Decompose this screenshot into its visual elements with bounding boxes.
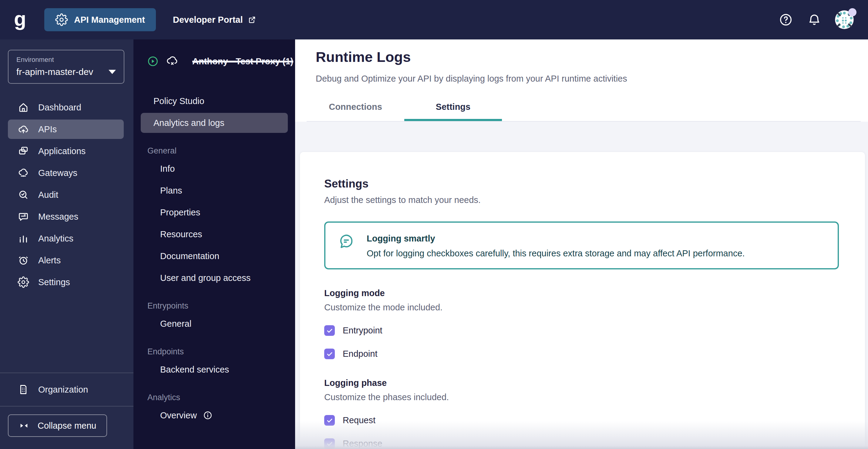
audit-search-icon	[18, 189, 29, 201]
request-checkbox[interactable]	[324, 415, 335, 426]
notifications-icon[interactable]	[807, 13, 821, 27]
tab-settings[interactable]: Settings	[404, 102, 502, 121]
api-menu-section-endpoints: Endpoints	[133, 347, 295, 357]
sidebar-item-organization[interactable]: Organization	[8, 380, 124, 399]
sidebar-item-alerts[interactable]: Alerts	[8, 250, 124, 270]
environment-select[interactable]: Environment fr-apim-master-dev	[8, 50, 124, 84]
api-menu-item-user-and-group-access[interactable]: User and group access	[141, 268, 288, 288]
api-management-button[interactable]: API Management	[44, 8, 156, 31]
collapse-menu-label: Collapse menu	[38, 421, 96, 431]
cloud-upload-icon	[18, 123, 29, 135]
checkbox-label: Response	[343, 439, 382, 449]
api-menu-item-plans[interactable]: Plans	[141, 181, 288, 201]
info-icon[interactable]	[203, 411, 213, 420]
logging-mode-group: Logging mode Customize the mode included…	[324, 288, 841, 359]
environment-label: Environment	[17, 56, 116, 64]
topbar: g API Management Developer Portal	[0, 0, 868, 39]
entrypoint-checkbox[interactable]	[324, 325, 335, 336]
sidebar-item-apis[interactable]: APIs	[8, 120, 124, 139]
api-management-label: API Management	[74, 15, 145, 25]
sidebar-item-messages[interactable]: Messages	[8, 207, 124, 226]
collapse-icon	[19, 420, 29, 431]
api-menu-item-info[interactable]: Info	[141, 159, 288, 179]
gravitee-logo[interactable]: g	[14, 9, 26, 29]
group-subtitle: Customize the mode included.	[324, 302, 841, 312]
main-content: Runtime Logs Debug and Optimize your API…	[295, 39, 868, 449]
status-badge	[848, 8, 857, 17]
group-subtitle: Customize the phases included.	[324, 392, 841, 402]
environment-value: fr-apim-master-dev	[17, 67, 93, 77]
settings-heading: Settings	[324, 177, 841, 190]
sidebar-item-settings[interactable]: Settings	[8, 272, 124, 292]
api-name: Anthony - Test Proxy (1)	[192, 56, 293, 66]
checkbox-label: Request	[343, 415, 375, 425]
help-icon[interactable]	[779, 13, 793, 27]
api-menu-section-general: General	[133, 146, 295, 156]
start-status-icon	[147, 55, 159, 67]
api-menu-item-entrypoints-general[interactable]: General	[141, 314, 288, 334]
avatar[interactable]	[835, 10, 854, 29]
api-menu-section-analytics: Analytics	[133, 393, 295, 402]
settings-subheading: Adjust the settings to match your needs.	[324, 195, 841, 205]
api-menu-item-overview[interactable]: Overview	[141, 405, 288, 425]
message-icon	[18, 211, 29, 222]
callout-body: Opt for logging checkboxes carefully, th…	[367, 248, 745, 259]
not-deployed-icon	[165, 55, 179, 68]
api-menu-item-properties[interactable]: Properties	[141, 202, 288, 222]
api-menu-item-analytics-and-logs[interactable]: Analytics and logs	[141, 113, 288, 133]
api-menu-item-policy-studio[interactable]: Policy Studio	[141, 91, 288, 111]
sidebar-item-label: Alerts	[38, 256, 61, 266]
collapse-menu-button[interactable]: Collapse menu	[8, 414, 107, 437]
external-link-icon	[247, 15, 256, 24]
endpoint-option: Endpoint	[324, 349, 841, 359]
sidebar-item-label: Organization	[38, 385, 88, 395]
cloud-gateway-icon	[18, 167, 29, 179]
sidebar-item-audit[interactable]: Audit	[8, 185, 124, 205]
chat-bubble-icon	[338, 232, 355, 250]
endpoint-checkbox[interactable]	[324, 349, 335, 359]
sidebar-item-label: Dashboard	[38, 102, 81, 113]
entrypoint-option: Entrypoint	[324, 325, 841, 336]
organization-icon	[18, 384, 29, 395]
chevron-down-icon	[108, 70, 116, 74]
api-menu-section-entrypoints: Entrypoints	[133, 301, 295, 311]
alarm-icon	[18, 255, 29, 266]
checkbox-label: Endpoint	[343, 349, 378, 359]
sidebar-item-gateways[interactable]: Gateways	[8, 163, 124, 183]
divider	[0, 406, 133, 407]
api-menu-item-backend-services[interactable]: Backend services	[141, 359, 288, 380]
logging-smartly-callout: Logging smartly Opt for logging checkbox…	[324, 221, 839, 269]
sidebar-item-applications[interactable]: Applications	[8, 141, 124, 161]
sidebar-item-label: Applications	[38, 146, 86, 156]
applications-icon	[18, 145, 29, 157]
response-checkbox[interactable]	[324, 438, 335, 449]
group-title: Logging mode	[324, 288, 841, 298]
api-menu-item-resources[interactable]: Resources	[141, 224, 288, 244]
api-menu: Anthony - Test Proxy (1) Policy Studio A…	[133, 39, 295, 449]
sidebar-item-label: Gateways	[38, 168, 78, 178]
response-option: Response	[324, 438, 841, 449]
page-subtitle: Debug and Optimize your API by displayin…	[316, 74, 868, 84]
sidebar-item-label: Audit	[38, 190, 58, 200]
divider	[0, 372, 133, 373]
tabs-bar: Connections Settings	[307, 102, 861, 122]
sidebar-item-dashboard[interactable]: Dashboard	[8, 98, 124, 117]
tab-connections[interactable]: Connections	[307, 102, 404, 121]
request-option: Request	[324, 415, 841, 426]
gear-icon	[55, 13, 68, 26]
api-menu-item-documentation[interactable]: Documentation	[141, 246, 288, 266]
bar-chart-icon	[18, 233, 29, 244]
developer-portal-label: Developer Portal	[173, 15, 243, 25]
sidebar-item-analytics[interactable]: Analytics	[8, 229, 124, 248]
group-title: Logging phase	[324, 378, 841, 388]
logging-phase-group: Logging phase Customize the phases inclu…	[324, 378, 841, 449]
sidebar-item-label: Settings	[38, 277, 70, 287]
developer-portal-link[interactable]: Developer Portal	[173, 15, 256, 25]
gear-icon	[18, 276, 29, 288]
primary-sidebar: Environment fr-apim-master-dev Dashboard	[0, 39, 133, 449]
sidebar-item-label: Analytics	[38, 234, 73, 244]
sidebar-item-label: Messages	[38, 212, 78, 222]
checkbox-label: Entrypoint	[343, 326, 382, 335]
home-icon	[18, 102, 29, 113]
callout-title: Logging smartly	[367, 234, 745, 244]
